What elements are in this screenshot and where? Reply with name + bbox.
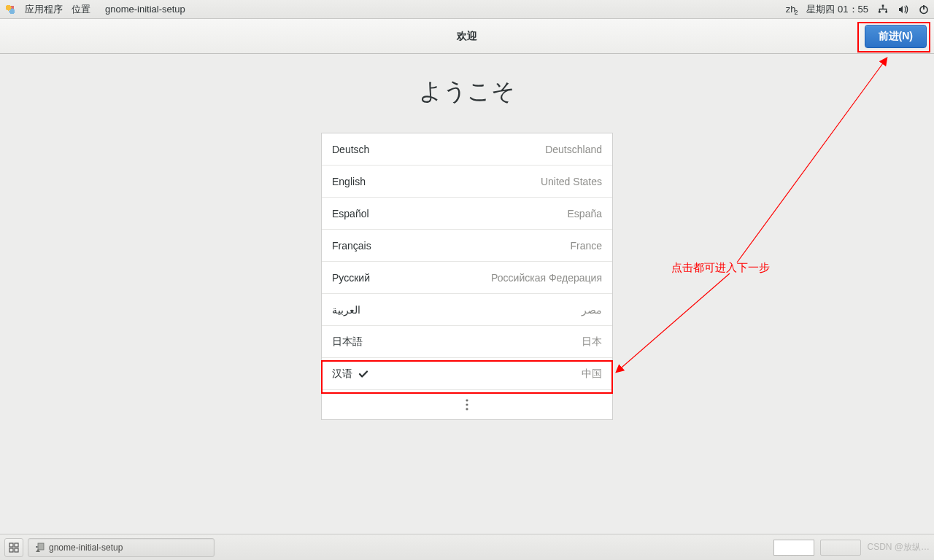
power-icon[interactable]	[918, 4, 930, 15]
language-row[interactable]: Français France	[322, 230, 612, 262]
activities-icon[interactable]	[4, 4, 16, 15]
svg-rect-10	[9, 543, 13, 547]
language-row-selected[interactable]: 汉语 中国	[322, 358, 612, 390]
language-row[interactable]: Русский Российская Федерация	[322, 262, 612, 294]
svg-rect-0	[882, 4, 884, 7]
svg-rect-2	[885, 11, 887, 13]
language-country: United States	[541, 176, 602, 187]
language-list: Deutsch Deutschland English United State…	[321, 133, 613, 420]
next-button-label: 前进(N)	[879, 30, 913, 43]
tray-button[interactable]	[820, 540, 861, 556]
language-country: 中国	[582, 368, 602, 381]
language-name: English	[332, 176, 366, 187]
annotation-text: 点击都可进入下一步	[671, 261, 770, 275]
svg-rect-13	[15, 548, 18, 552]
input-method-sub: 2	[794, 9, 798, 16]
language-row[interactable]: Español España	[322, 198, 612, 230]
more-languages-button[interactable]	[322, 390, 612, 419]
page-title: 欢迎	[457, 30, 477, 43]
check-icon	[358, 369, 368, 379]
language-name: 汉语	[332, 368, 368, 381]
svg-point-6	[466, 403, 468, 405]
header-bar: 欢迎 前进(N)	[0, 19, 934, 54]
svg-point-15	[36, 545, 37, 547]
input-method-indicator[interactable]: zh2	[786, 4, 798, 15]
language-name: Español	[332, 208, 369, 219]
svg-point-5	[466, 399, 468, 401]
language-name: Русский	[332, 272, 370, 284]
language-country: مصر	[582, 304, 602, 316]
top-panel-right: zh2 星期四 01：55	[786, 3, 930, 16]
language-name: Deutsch	[332, 144, 369, 155]
language-row[interactable]: 日本語 日本	[322, 326, 612, 358]
svg-rect-11	[15, 543, 18, 547]
tray-slot[interactable]	[773, 540, 814, 556]
language-country: España	[568, 208, 602, 219]
menu-places[interactable]: 位置	[72, 3, 90, 16]
language-name: 日本語	[332, 335, 363, 349]
svg-point-7	[466, 408, 468, 410]
language-country: Российская Федерация	[491, 272, 602, 284]
menu-app-title[interactable]: gnome-initial-setup	[105, 4, 185, 15]
content-area: ようこそ Deutsch Deutschland English United …	[0, 54, 934, 534]
menu-applications[interactable]: 应用程序	[25, 3, 63, 16]
taskbar-window-label: gnome-initial-setup	[49, 542, 123, 553]
show-desktop-button[interactable]	[4, 538, 23, 557]
language-country: Deutschland	[545, 144, 602, 155]
language-country: France	[570, 240, 602, 252]
language-name: العربية	[332, 304, 360, 316]
language-name-text: 汉语	[332, 368, 352, 381]
taskbar: gnome-initial-setup CSDN @放纵…	[0, 534, 934, 560]
language-country: 日本	[582, 335, 602, 349]
window-icon	[34, 542, 45, 553]
network-icon[interactable]	[877, 4, 889, 15]
language-row[interactable]: العربية مصر	[322, 294, 612, 326]
more-icon	[465, 398, 469, 411]
top-panel-left: 应用程序 位置 gnome-initial-setup	[4, 3, 185, 16]
taskbar-right: CSDN @放纵…	[773, 540, 930, 556]
top-panel: 应用程序 位置 gnome-initial-setup zh2 星期四 01：5…	[0, 0, 934, 19]
language-row[interactable]: Deutsch Deutschland	[322, 133, 612, 166]
language-row[interactable]: English United States	[322, 166, 612, 198]
taskbar-window-button[interactable]: gnome-initial-setup	[28, 538, 215, 557]
next-button[interactable]: 前进(N)	[865, 25, 927, 48]
show-desktop-icon	[9, 542, 19, 553]
clock-label[interactable]: 星期四 01：55	[806, 3, 868, 16]
watermark-text: CSDN @放纵…	[867, 541, 930, 553]
volume-icon[interactable]	[898, 4, 909, 15]
svg-rect-14	[38, 543, 44, 550]
language-name: Français	[332, 240, 371, 252]
svg-rect-1	[879, 11, 881, 13]
svg-rect-12	[9, 548, 13, 552]
welcome-heading: ようこそ	[0, 76, 934, 108]
